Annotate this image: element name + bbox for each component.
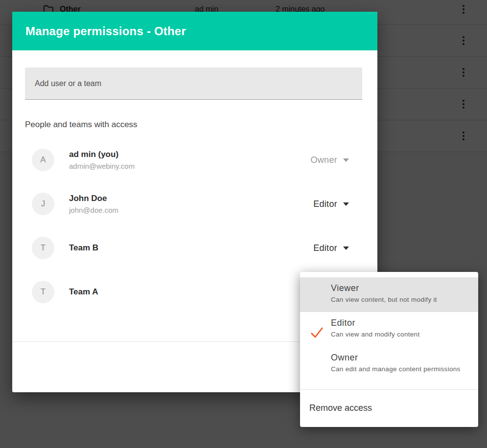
menu-item-title: Viewer bbox=[331, 283, 470, 293]
member-row: T Team B Editor bbox=[32, 226, 349, 270]
avatar: T bbox=[32, 281, 54, 303]
member-name: ad min (you) bbox=[69, 150, 135, 159]
menu-item-editor[interactable]: Editor Can view and modify content bbox=[300, 312, 478, 347]
avatar: J bbox=[32, 193, 54, 215]
file-manager-page: Other ad min 2 minutes ago Manage permis… bbox=[0, 0, 487, 448]
menu-item-description: Can view and modify content bbox=[331, 331, 470, 338]
member-info: Team B bbox=[69, 243, 98, 253]
role-dropdown: Owner bbox=[310, 155, 349, 165]
role-dropdown[interactable]: Editor bbox=[313, 243, 349, 253]
dialog-header: Manage permissions - Other bbox=[12, 12, 377, 50]
role-label: Editor bbox=[313, 199, 337, 209]
member-info: ad min (you) admin@webiny.com bbox=[69, 150, 135, 170]
access-list-label: People and teams with access bbox=[25, 120, 138, 130]
member-name: John Doe bbox=[69, 194, 118, 203]
menu-item-title: Owner bbox=[331, 353, 470, 363]
add-user-or-team-input[interactable] bbox=[25, 67, 362, 100]
menu-item-remove-access[interactable]: Remove access bbox=[300, 390, 478, 426]
member-name: Team A bbox=[69, 287, 98, 297]
menu-item-owner[interactable]: Owner Can edit and manage content permis… bbox=[300, 347, 478, 381]
chevron-down-icon bbox=[343, 158, 349, 162]
member-email: admin@webiny.com bbox=[69, 162, 135, 170]
dialog-title: Manage permissions - Other bbox=[25, 24, 186, 38]
avatar: T bbox=[32, 237, 54, 259]
menu-item-viewer[interactable]: Viewer Can view content, but not modify … bbox=[300, 277, 478, 312]
menu-item-title: Editor bbox=[331, 318, 470, 328]
menu-item-description: Can view content, but not modify it bbox=[331, 296, 470, 303]
avatar: A bbox=[32, 149, 54, 171]
member-row: J John Doe john@doe.com Editor bbox=[32, 182, 349, 226]
role-options-menu: Viewer Can view content, but not modify … bbox=[300, 272, 478, 427]
menu-item-description: Can edit and manage content permissions bbox=[331, 365, 470, 373]
member-name: Team B bbox=[69, 243, 98, 253]
check-icon bbox=[309, 325, 324, 339]
role-dropdown[interactable]: Editor bbox=[313, 199, 349, 209]
role-label: Editor bbox=[313, 243, 337, 253]
chevron-down-icon bbox=[343, 246, 349, 250]
member-email: john@doe.com bbox=[69, 206, 118, 214]
member-info: Team A bbox=[69, 287, 98, 297]
member-info: John Doe john@doe.com bbox=[69, 194, 118, 214]
chevron-down-icon bbox=[343, 202, 349, 206]
member-row: A ad min (you) admin@webiny.com Owner bbox=[32, 138, 349, 182]
role-label: Owner bbox=[310, 155, 337, 165]
